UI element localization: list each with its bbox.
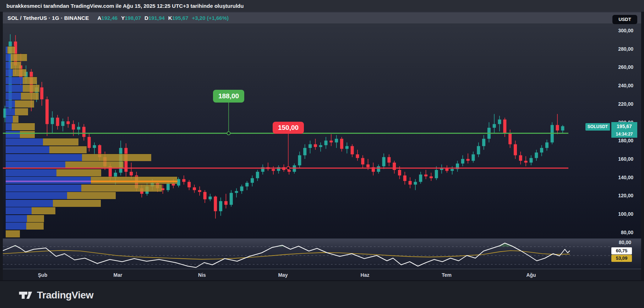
candle <box>440 164 443 174</box>
candle <box>409 177 412 188</box>
profile-value-area-bar <box>6 123 12 130</box>
symbol-title[interactable]: SOL / TetherUS · 1G · BINANCE <box>7 15 89 21</box>
profile-value-area-bar <box>6 185 81 192</box>
candle <box>561 125 564 133</box>
profile-value-area-bar <box>6 215 27 222</box>
profile-volume-bar <box>82 154 151 161</box>
candle <box>377 164 380 174</box>
attribution-bar: burakkesmeci tarafından TradingView.com … <box>0 0 644 12</box>
profile-value-area-bar <box>6 100 15 108</box>
candle <box>419 172 422 184</box>
profile-value-area-bar <box>6 131 20 138</box>
price-level-badge-150[interactable]: 150,00 <box>273 122 304 134</box>
candle <box>508 130 512 148</box>
profile-volume-bar <box>26 222 44 230</box>
level-anchor[interactable] <box>227 132 230 135</box>
candle <box>329 134 333 146</box>
volume-profile-row <box>6 77 37 84</box>
profile-value-area-bar <box>6 154 82 161</box>
profile-value-area-bar <box>6 108 15 115</box>
price-tick-label: 220,00 <box>605 101 633 107</box>
volume-profile-row <box>6 222 44 230</box>
profile-volume-bar <box>53 200 101 207</box>
profile-value-area-bar <box>6 169 56 176</box>
volume-profile-row <box>6 108 28 115</box>
candle <box>261 164 264 174</box>
candle <box>267 163 270 171</box>
price-tick-label: 120,00 <box>605 193 633 198</box>
candle <box>335 135 338 148</box>
profile-value-area-bar <box>6 93 21 100</box>
candle <box>45 97 49 136</box>
candle <box>40 82 43 106</box>
volume-profile-row <box>6 61 21 69</box>
candle <box>487 122 491 143</box>
candle <box>72 120 75 136</box>
profile-volume-bar <box>67 192 116 199</box>
candle <box>245 181 249 190</box>
volume-profile-row <box>6 161 124 169</box>
month-label: Şub <box>38 272 47 278</box>
footer-bar: TradingView <box>0 280 644 308</box>
month-label: Mar <box>114 272 122 278</box>
candle <box>356 150 359 161</box>
candle <box>251 175 254 186</box>
profile-value-area-bar <box>6 77 23 84</box>
profile-volume-bar <box>11 54 27 61</box>
rsi-pane[interactable] <box>3 239 641 269</box>
profile-value-area-bar <box>6 116 13 123</box>
level-anchor[interactable] <box>287 166 290 170</box>
rsi-axis-top-label: 80,00 <box>603 240 631 245</box>
candle <box>198 186 201 196</box>
candle <box>551 122 554 144</box>
last-price-symbol-tab: SOLUSDT <box>585 123 610 131</box>
volume-profile-row <box>6 138 78 145</box>
candle <box>524 156 528 166</box>
candle <box>514 141 517 159</box>
candle <box>382 153 386 169</box>
currency-toggle-button[interactable]: USDT <box>612 15 637 24</box>
candle <box>177 177 180 187</box>
candle <box>387 154 391 166</box>
profile-value-area-bar <box>6 54 11 61</box>
profile-value-area-bar <box>6 62 11 69</box>
time-axis[interactable]: ŞubMarNisMayHazTemAğu <box>3 269 641 281</box>
profile-volume-bar <box>11 62 21 69</box>
profile-volume-bar <box>91 177 177 184</box>
candle <box>451 166 454 175</box>
candle <box>61 119 65 131</box>
profile-volume-bar <box>81 185 162 192</box>
profile-volume-bar <box>6 230 20 237</box>
tradingview-logo[interactable]: TradingView <box>18 290 93 301</box>
candle <box>293 164 296 174</box>
candle <box>182 175 185 185</box>
volume-profile-row <box>6 69 26 76</box>
price-level-badge-188[interactable]: 188,00 <box>213 90 244 103</box>
candle <box>193 185 196 193</box>
candle <box>240 185 243 194</box>
candle <box>187 180 191 190</box>
profile-volume-bar <box>13 69 26 76</box>
candle <box>498 116 501 131</box>
volume-profile-row <box>6 131 35 138</box>
candle <box>224 194 228 208</box>
profile-volume-bar <box>65 161 124 169</box>
candle <box>556 114 559 134</box>
profile-value-area-bar <box>6 200 53 207</box>
candle <box>309 141 312 153</box>
candle <box>93 142 96 154</box>
candle <box>256 170 259 181</box>
month-label: May <box>278 272 288 278</box>
candle <box>77 122 80 135</box>
price-tick-label: 280,00 <box>605 46 633 52</box>
profile-volume-bar <box>12 123 35 130</box>
candle <box>477 142 480 157</box>
chart-card[interactable]: SOL / TetherUS · 1G · BINANCEA192,46Y198… <box>3 12 641 280</box>
profile-value-area-bar <box>6 222 26 230</box>
candle <box>219 197 222 216</box>
tradingview-wordmark: TradingView <box>37 290 93 301</box>
ohlc-label: Y <box>121 15 125 21</box>
profile-value-area-bar <box>6 85 23 92</box>
volume-profile-row <box>6 100 34 108</box>
volume-profile-row <box>6 199 101 207</box>
